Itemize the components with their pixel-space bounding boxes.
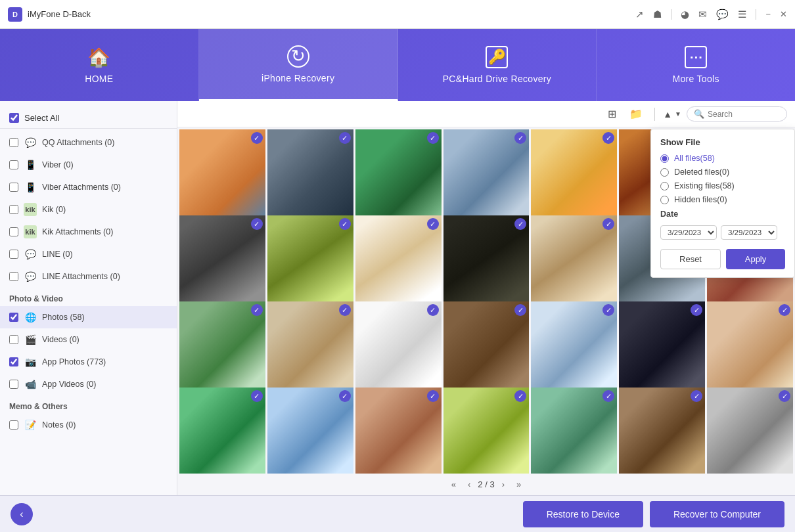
photo-cell-9[interactable]: ✓: [267, 215, 353, 301]
photo-cell-23[interactable]: ✓: [267, 388, 353, 474]
location-icon[interactable]: ◕: [681, 9, 689, 20]
viber-icon: 📱: [24, 158, 37, 171]
sidebar-label: Kik (0): [42, 205, 66, 214]
more-tools-icon: ⋯: [685, 46, 707, 68]
photo-check-28: ✓: [779, 390, 790, 402]
sidebar-item-notes[interactable]: 📝 Notes (0): [0, 414, 177, 436]
date-from-select[interactable]: 3/29/2023: [660, 225, 717, 240]
bottom-bar: ‹ Restore to Device Recover to Computer: [0, 495, 795, 532]
sidebar-label: Notes (0): [42, 420, 76, 430]
photo-check-23: ✓: [339, 390, 351, 402]
sidebar-item-line-attachments[interactable]: 💬 LINE Attachments (0): [0, 265, 177, 288]
nav-pc-recovery[interactable]: 🔑 PC&Hard Drive Recovery: [398, 29, 597, 101]
memo-others-header: Memo & Others: [0, 395, 177, 414]
photo-cell-20[interactable]: ✓: [619, 301, 705, 388]
select-all-checkbox[interactable]: [9, 113, 19, 123]
filter-existing-files[interactable]: Existing files(58): [660, 181, 785, 190]
app-photos-icon: 📷: [24, 355, 37, 368]
prev-page-button[interactable]: ‹: [463, 477, 475, 491]
app-name: iMyFone D-Back: [28, 9, 91, 19]
title-bar-controls: ↗ ☗ ◕ ✉ 💬 ☰ − ✕: [635, 9, 787, 20]
photo-cell-3[interactable]: ✓: [355, 129, 442, 215]
last-page-button[interactable]: »: [512, 477, 526, 491]
filter-deleted-files[interactable]: Deleted files(0): [660, 167, 785, 177]
sidebar-item-line[interactable]: 💬 LINE (0): [0, 243, 177, 265]
photo-cell-25[interactable]: ✓: [443, 388, 530, 474]
filter-all-files[interactable]: All files(58): [660, 154, 785, 163]
chat-icon[interactable]: 💬: [716, 9, 729, 20]
share-icon[interactable]: ↗: [635, 9, 644, 20]
nav-bar: 🏠 HOME ↻ iPhone Recovery 🔑 PC&Hard Drive…: [0, 29, 795, 101]
filter-down-icon: ▼: [675, 110, 681, 118]
sidebar-label: Videos (0): [42, 335, 80, 344]
apply-button[interactable]: Apply: [726, 249, 785, 269]
photo-cell-18[interactable]: ✓: [443, 301, 530, 388]
photo-cell-17[interactable]: ✓: [355, 301, 442, 388]
photo-cell-15[interactable]: ✓: [179, 301, 265, 388]
nav-home[interactable]: 🏠 HOME: [0, 29, 199, 101]
next-page-button[interactable]: ›: [497, 477, 509, 491]
sidebar-item-videos[interactable]: 🎬 Videos (0): [0, 328, 177, 351]
sidebar-label: Kik Attachments (0): [42, 227, 113, 236]
date-label: Date: [660, 210, 785, 219]
photo-cell-22[interactable]: ✓: [179, 388, 265, 474]
photo-check-4: ✓: [514, 132, 526, 144]
photo-cell-11[interactable]: ✓: [443, 215, 530, 301]
sidebar-item-photos[interactable]: 🌐 Photos (58): [0, 306, 177, 328]
photo-cell-8[interactable]: ✓: [179, 215, 265, 301]
minimize-button[interactable]: −: [765, 9, 771, 19]
sidebar-item-kik[interactable]: kik Kik (0): [0, 198, 177, 221]
photo-cell-26[interactable]: ✓: [531, 388, 617, 474]
mail-icon[interactable]: ✉: [698, 9, 707, 20]
photo-cell-4[interactable]: ✓: [443, 129, 530, 215]
photo-cell-1[interactable]: ✓: [179, 129, 265, 215]
user-icon[interactable]: ☗: [653, 9, 662, 20]
photo-cell-27[interactable]: ✓: [619, 388, 705, 474]
sidebar-item-app-photos[interactable]: 📷 App Photos (773): [0, 351, 177, 373]
sidebar-item-app-videos[interactable]: 📹 App Videos (0): [0, 373, 177, 395]
menu-icon[interactable]: ☰: [738, 9, 746, 20]
folder-button[interactable]: 📁: [625, 105, 647, 123]
photo-check-1: ✓: [251, 132, 263, 144]
select-all-row: Select All: [0, 108, 177, 129]
reset-button[interactable]: Reset: [660, 249, 721, 269]
grid-view-button[interactable]: ⊞: [604, 105, 620, 123]
sidebar-label: QQ Attachments (0): [42, 138, 114, 147]
date-row: 3/29/2023 3/29/2023: [660, 225, 785, 240]
restore-to-device-button[interactable]: Restore to Device: [523, 501, 643, 527]
filter-button[interactable]: ▲ ▼: [663, 109, 681, 120]
nav-iphone-recovery-label: iPhone Recovery: [261, 73, 334, 83]
search-input[interactable]: [708, 110, 780, 119]
nav-more-tools[interactable]: ⋯ More Tools: [597, 29, 795, 101]
photo-cell-5[interactable]: ✓: [531, 129, 617, 215]
recover-to-computer-button[interactable]: Recover to Computer: [650, 501, 784, 527]
sidebar-item-viber-attachments[interactable]: 📱 Viber Attachments (0): [0, 176, 177, 198]
photo-cell-16[interactable]: ✓: [267, 301, 353, 388]
photo-check-19: ✓: [602, 304, 614, 316]
sidebar-item-viber[interactable]: 📱 Viber (0): [0, 154, 177, 176]
filter-hidden-files[interactable]: Hidden files(0): [660, 195, 785, 204]
close-button[interactable]: ✕: [780, 9, 787, 19]
photo-cell-19[interactable]: ✓: [531, 301, 617, 388]
photo-cell-2[interactable]: ✓: [267, 129, 353, 215]
back-button[interactable]: ‹: [11, 503, 33, 525]
nav-pc-recovery-label: PC&Hard Drive Recovery: [443, 74, 551, 84]
line-icon: 💬: [24, 248, 37, 261]
nav-iphone-recovery[interactable]: ↻ iPhone Recovery: [199, 29, 398, 101]
divider: [671, 9, 671, 20]
sidebar-item-qq-attachments[interactable]: 💬 QQ Attachments (0): [0, 131, 177, 154]
photo-cell-28[interactable]: ✓: [707, 388, 793, 474]
photo-cell-24[interactable]: ✓: [355, 388, 442, 474]
sidebar-label: App Photos (773): [42, 357, 106, 366]
search-box: 🔍: [687, 106, 787, 122]
search-icon: 🔍: [694, 109, 704, 119]
sidebar-item-kik-attachments[interactable]: kik Kik Attachments (0): [0, 221, 177, 243]
photo-cell-12[interactable]: ✓: [531, 215, 617, 301]
date-to-select[interactable]: 3/29/2023: [721, 225, 777, 240]
photo-video-header: Photo & Video: [0, 288, 177, 306]
select-all-label: Select All: [24, 113, 59, 123]
first-page-button[interactable]: «: [447, 477, 461, 491]
photo-cell-10[interactable]: ✓: [355, 215, 442, 301]
app-videos-icon: 📹: [24, 378, 37, 391]
photo-cell-21[interactable]: ✓: [707, 301, 793, 388]
